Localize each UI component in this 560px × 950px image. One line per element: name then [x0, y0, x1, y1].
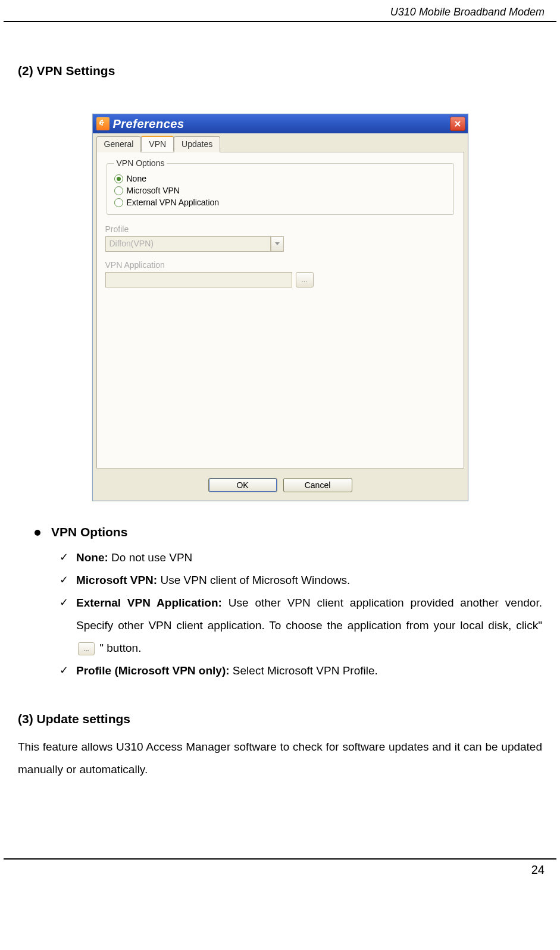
radio-external[interactable]	[114, 198, 123, 207]
bullet-title: VPN Options	[51, 525, 127, 539]
vpn-app-input[interactable]	[105, 272, 292, 288]
section-3-heading: (3) Update settings	[18, 712, 542, 726]
close-icon[interactable]	[450, 117, 465, 131]
profile-value: Diffon(VPN)	[105, 236, 271, 252]
profile-label: Profile	[105, 224, 455, 234]
browse-button[interactable]: ...	[296, 272, 314, 288]
section-3-paragraph: This feature allows U310 Access Manager …	[18, 736, 542, 781]
ok-button[interactable]: OK	[208, 478, 277, 492]
tabstrip: General VPN Updates	[93, 133, 468, 152]
radio-row-none[interactable]: None	[114, 173, 446, 185]
radio-microsoft[interactable]	[114, 186, 123, 195]
cancel-button[interactable]: Cancel	[283, 478, 352, 492]
profile-combo[interactable]: Diffon(VPN)	[105, 236, 284, 252]
radio-microsoft-label: Microsoft VPN	[127, 186, 180, 195]
list-item: External VPN Application: Use other VPN …	[60, 592, 542, 660]
list-item: Profile (Microsoft VPN only): Select Mic…	[60, 660, 542, 682]
radio-none-label: None	[127, 174, 146, 183]
tab-updates[interactable]: Updates	[174, 136, 220, 152]
tab-general[interactable]: General	[96, 136, 142, 152]
radio-external-label: External VPN Application	[127, 198, 220, 207]
tab-panel: VPN Options None Microsoft VPN External …	[96, 152, 464, 468]
radio-none[interactable]	[114, 174, 123, 183]
titlebar: Preferences	[93, 114, 468, 133]
bullet-icon	[35, 530, 40, 536]
dialog-title: Preferences	[113, 117, 184, 131]
app-icon	[96, 117, 110, 130]
radio-row-microsoft[interactable]: Microsoft VPN	[114, 185, 446, 196]
vpn-options-legend: VPN Options	[114, 158, 167, 168]
vpn-options-group: VPN Options None Microsoft VPN External …	[107, 158, 454, 215]
chevron-down-icon[interactable]	[271, 236, 284, 252]
section-2-heading: (2) VPN Settings	[18, 64, 542, 78]
preferences-dialog: Preferences General VPN Updates VPN Opti…	[92, 114, 468, 501]
page-header-title: U310 Mobile Broadband Modem	[390, 6, 545, 18]
list-item: None: Do not use VPN	[60, 546, 542, 569]
dialog-footer: OK Cancel	[93, 472, 468, 501]
vpn-app-label: VPN Application	[105, 260, 455, 270]
browse-icon: ...	[78, 642, 95, 655]
radio-row-external[interactable]: External VPN Application	[114, 196, 446, 208]
list-item: Microsoft VPN: Use VPN client of Microso…	[60, 569, 542, 592]
page-number: 24	[531, 863, 545, 877]
tab-vpn[interactable]: VPN	[141, 136, 174, 152]
